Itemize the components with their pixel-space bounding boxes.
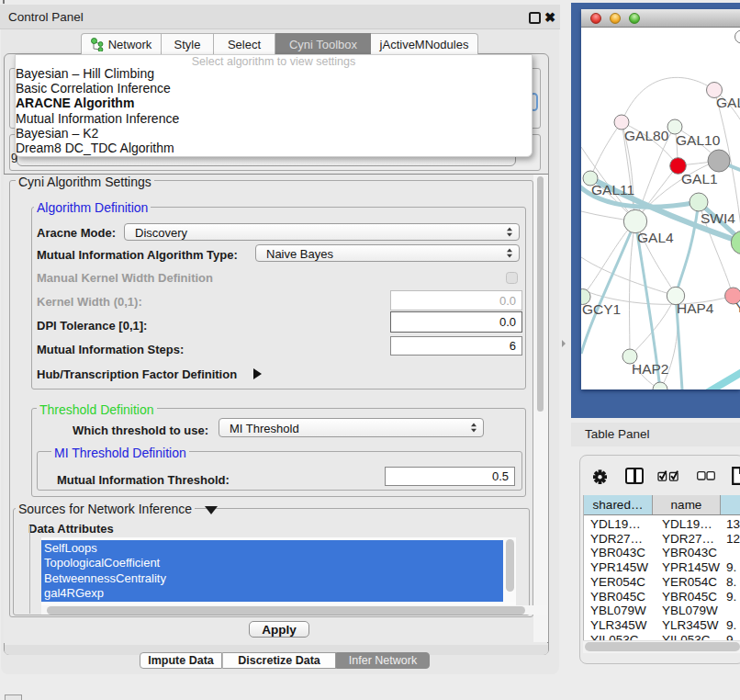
svg-text:GAL80: GAL80 bbox=[624, 128, 669, 143]
svg-text:HAP2: HAP2 bbox=[632, 361, 669, 377]
svg-text:GAL11: GAL11 bbox=[591, 182, 634, 198]
svg-text:Y: Y bbox=[735, 299, 740, 315]
svg-text:GCY1: GCY1 bbox=[582, 301, 621, 317]
svg-text:GAL1: GAL1 bbox=[681, 171, 718, 186]
svg-text:GAL4: GAL4 bbox=[637, 230, 674, 245]
svg-text:SWI4: SWI4 bbox=[701, 210, 735, 226]
svg-text:GAL7: GAL7 bbox=[716, 95, 740, 110]
svg-text:HAP4: HAP4 bbox=[677, 300, 714, 316]
svg-text:GAL10: GAL10 bbox=[676, 132, 721, 148]
